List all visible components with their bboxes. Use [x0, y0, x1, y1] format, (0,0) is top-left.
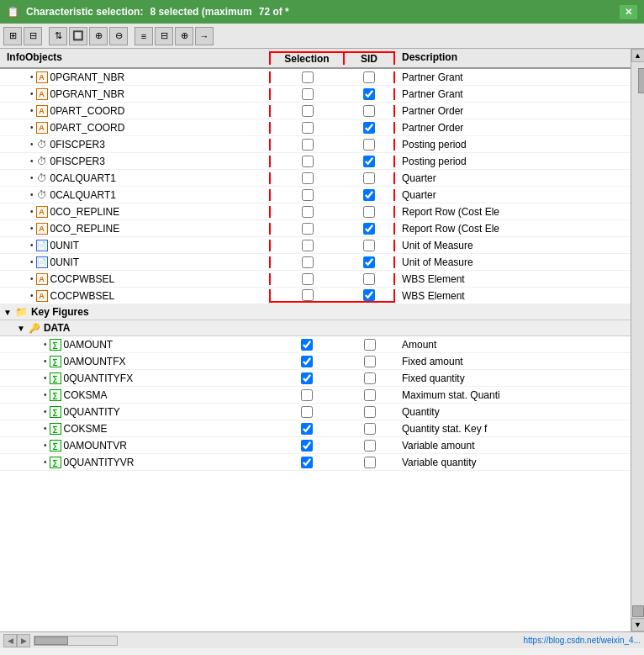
- toolbar-btn-6[interactable]: ⊖: [109, 27, 128, 45]
- row-object-name: 0QUANTITYVR: [64, 457, 135, 468]
- rows-container: • A 0PGRANT_NBR Partner Grant • A 0PGRAN…: [0, 69, 631, 631]
- sid-checkbox[interactable]: [364, 372, 376, 384]
- bullet-icon: •: [30, 156, 34, 166]
- selection-checkbox[interactable]: [301, 372, 313, 384]
- key-figures-header[interactable]: ▼ 📁 Key Figures: [0, 304, 631, 320]
- toolbar-btn-1[interactable]: ⊞: [3, 27, 22, 45]
- sid-checkbox[interactable]: [363, 189, 375, 201]
- toolbar-btn-5[interactable]: ⊕: [89, 27, 108, 45]
- row-selection-cell: [269, 372, 345, 384]
- bullet-icon: •: [44, 424, 47, 433]
- sid-checkbox[interactable]: [363, 71, 375, 83]
- selection-checkbox[interactable]: [301, 339, 313, 351]
- bottom-right-arrow[interactable]: ▶: [17, 634, 30, 647]
- h-scrollbar-thumb[interactable]: [34, 637, 68, 645]
- sid-checkbox[interactable]: [363, 105, 375, 117]
- row-description-cell: Variable amount: [395, 440, 631, 452]
- col-header-selection: Selection: [269, 51, 345, 65]
- row-selection-cell: [269, 240, 345, 251]
- toolbar-btn-10[interactable]: →: [195, 27, 214, 45]
- toolbar-btn-8[interactable]: ⊟: [155, 27, 173, 45]
- h-scrollbar-track[interactable]: [34, 636, 118, 646]
- row-description-cell: Variable quantity: [395, 457, 631, 468]
- selection-checkbox[interactable]: [301, 389, 313, 401]
- sid-checkbox[interactable]: [364, 389, 376, 401]
- sid-checkbox[interactable]: [363, 139, 375, 151]
- selection-checkbox[interactable]: [301, 457, 313, 468]
- bottom-bar: ◀ ▶ https://blog.csdn.net/weixin_4...: [0, 631, 644, 648]
- selection-checkbox[interactable]: [302, 139, 314, 151]
- sid-checkbox[interactable]: [363, 273, 375, 285]
- row-selection-cell: [269, 206, 345, 218]
- bullet-icon: •: [30, 224, 34, 233]
- triangle2-icon: ▼: [17, 324, 25, 333]
- selection-checkbox[interactable]: [302, 172, 314, 184]
- bullet-icon: •: [30, 291, 34, 300]
- selection-checkbox[interactable]: [302, 88, 314, 100]
- row-name-cell: • ∑ COKSME: [0, 423, 269, 435]
- sid-checkbox[interactable]: [364, 356, 376, 367]
- row-sid-cell: [345, 372, 395, 384]
- sid-checkbox[interactable]: [363, 206, 375, 218]
- selection-checkbox[interactable]: [302, 223, 314, 235]
- toolbar-btn-3[interactable]: ⇅: [49, 27, 67, 45]
- scroll-down-arrow[interactable]: ▼: [631, 618, 645, 631]
- bullet-icon: •: [30, 123, 34, 132]
- toolbar-btn-2[interactable]: ⊟: [24, 27, 42, 45]
- selection-checkbox[interactable]: [301, 406, 313, 418]
- selection-checkbox[interactable]: [301, 440, 313, 452]
- scroll-up-arrow[interactable]: ▲: [631, 49, 645, 62]
- sid-checkbox[interactable]: [363, 240, 375, 251]
- row-object-name: 0AMOUNT: [64, 339, 113, 351]
- selection-checkbox[interactable]: [302, 105, 314, 117]
- sid-checkbox[interactable]: [363, 172, 375, 184]
- sid-checkbox[interactable]: [363, 223, 375, 235]
- sid-checkbox[interactable]: [364, 339, 376, 351]
- triangle-icon: ▼: [3, 308, 12, 317]
- bullet-icon: •: [30, 140, 34, 149]
- data-header[interactable]: ▼ 🔑 DATA: [0, 320, 631, 336]
- selection-checkbox[interactable]: [302, 122, 314, 134]
- right-scrollbar[interactable]: ▲ ▼: [631, 49, 644, 631]
- scroll-mid[interactable]: [632, 605, 644, 617]
- row-name-cell: • ∑ 0QUANTITYFX: [0, 372, 269, 384]
- sid-checkbox[interactable]: [363, 256, 375, 268]
- sid-checkbox[interactable]: [364, 423, 376, 435]
- close-icon[interactable]: ✕: [620, 5, 637, 19]
- selection-checkbox[interactable]: [302, 156, 314, 167]
- sid-checkbox[interactable]: [364, 440, 376, 452]
- row-object-name: 0UNIT: [50, 256, 80, 268]
- selection-checkbox[interactable]: [302, 256, 314, 268]
- row-sid-cell: [345, 172, 395, 184]
- selection-checkbox[interactable]: [302, 240, 314, 251]
- row-name-cell: • ⏱ 0CALQUART1: [0, 172, 269, 184]
- selection-checkbox[interactable]: [301, 356, 313, 367]
- toolbar-btn-9[interactable]: ⊕: [175, 27, 193, 45]
- scroll-thumb[interactable]: [638, 68, 645, 93]
- sid-checkbox[interactable]: [363, 88, 375, 100]
- bullet-icon: •: [44, 390, 47, 399]
- sid-checkbox[interactable]: [364, 406, 376, 418]
- row-object-name: COKSMA: [64, 389, 108, 401]
- sid-checkbox[interactable]: [363, 156, 375, 167]
- selection-checkbox[interactable]: [302, 273, 314, 285]
- row-sid-cell: [345, 289, 395, 303]
- toolbar-btn-7[interactable]: ≡: [135, 27, 153, 45]
- selection-checkbox[interactable]: [302, 289, 314, 301]
- row-sid-cell: [345, 256, 395, 268]
- row-description-cell: Report Row (Cost Ele: [395, 206, 631, 218]
- sid-checkbox[interactable]: [364, 457, 376, 468]
- selection-checkbox[interactable]: [302, 71, 314, 83]
- sid-checkbox[interactable]: [363, 289, 375, 301]
- bottom-left-arrow[interactable]: ◀: [3, 634, 17, 647]
- selection-checkbox[interactable]: [302, 206, 314, 218]
- row-name-cell: • ⏱ 0CALQUART1: [0, 189, 269, 201]
- row-selection-cell: [269, 122, 345, 134]
- sid-checkbox[interactable]: [363, 122, 375, 134]
- toolbar-btn-4[interactable]: 🔲: [69, 27, 87, 45]
- selection-checkbox[interactable]: [302, 189, 314, 201]
- row-sid-cell: [345, 206, 395, 218]
- selection-checkbox[interactable]: [301, 423, 313, 435]
- row-selection-cell: [269, 406, 345, 418]
- row-selection-cell: [269, 289, 345, 303]
